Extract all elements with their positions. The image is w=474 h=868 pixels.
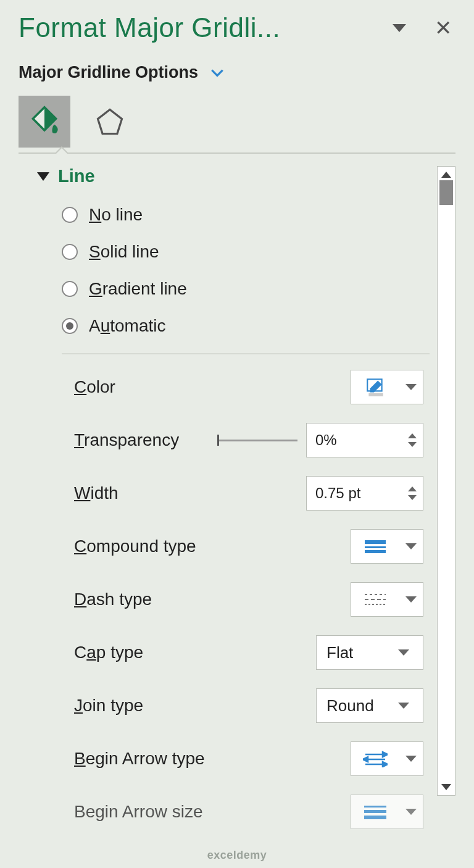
prop-width: Width 0.75 pt bbox=[74, 475, 423, 511]
dash-type-button[interactable] bbox=[351, 582, 423, 617]
radio-label: No line bbox=[89, 205, 143, 225]
radio-icon bbox=[62, 318, 78, 334]
prop-cap-type: Cap type Flat bbox=[74, 635, 423, 670]
watermark: exceldemy bbox=[207, 849, 267, 862]
pentagon-icon bbox=[94, 106, 126, 138]
radio-icon bbox=[62, 244, 78, 260]
svg-rect-2 bbox=[365, 546, 386, 548]
section-header-line[interactable]: Line bbox=[19, 166, 430, 186]
section-title: Line bbox=[58, 166, 95, 186]
scrollbar[interactable] bbox=[437, 166, 455, 796]
cap-type-select[interactable]: Flat bbox=[316, 635, 423, 670]
join-type-value: Round bbox=[326, 696, 374, 716]
compound-lines-icon bbox=[351, 538, 399, 555]
radio-icon bbox=[62, 281, 78, 297]
content-area: Line No line Solid line Gradient line bbox=[19, 166, 455, 796]
close-icon[interactable]: ✕ bbox=[431, 15, 455, 40]
arrows-icon bbox=[351, 750, 399, 767]
chevron-down-icon bbox=[405, 384, 417, 390]
section-divider bbox=[62, 353, 430, 354]
spin-up-icon[interactable] bbox=[408, 486, 417, 491]
svg-rect-0 bbox=[368, 393, 383, 396]
prop-label: Width bbox=[74, 483, 118, 503]
transparency-spinbox[interactable]: 0% bbox=[306, 423, 423, 457]
svg-rect-3 bbox=[365, 550, 386, 553]
cap-type-value: Flat bbox=[326, 643, 353, 662]
chevron-down-icon bbox=[405, 543, 417, 549]
spin-up-icon[interactable] bbox=[408, 433, 417, 438]
spin-down-icon[interactable] bbox=[408, 442, 417, 447]
chevron-down-icon bbox=[405, 809, 417, 815]
radio-automatic[interactable]: Automatic bbox=[62, 316, 430, 336]
pane-title-row: Format Major Gridli... ✕ bbox=[19, 12, 455, 43]
radio-label: Gradient line bbox=[89, 279, 187, 299]
svg-rect-24 bbox=[364, 816, 386, 819]
dash-lines-icon bbox=[351, 592, 399, 607]
svg-rect-22 bbox=[364, 806, 386, 807]
tab-fill-line[interactable] bbox=[19, 96, 70, 148]
prop-label: Begin Arrow type bbox=[74, 749, 205, 769]
tab-effects[interactable] bbox=[84, 96, 136, 148]
radio-label: Solid line bbox=[89, 242, 159, 262]
format-pane: Format Major Gridli... ✕ Major Gridline … bbox=[0, 0, 474, 868]
radio-icon bbox=[62, 207, 78, 223]
chevron-down-icon bbox=[405, 756, 417, 762]
prop-compound-type: Compound type bbox=[74, 528, 423, 564]
radio-no-line[interactable]: No line bbox=[62, 205, 430, 225]
chevron-down-icon bbox=[405, 596, 417, 603]
prop-color: Color bbox=[74, 369, 423, 405]
prop-label: Join type bbox=[74, 696, 143, 716]
prop-label: Dash type bbox=[74, 590, 152, 609]
begin-arrow-size-button[interactable] bbox=[351, 795, 423, 829]
begin-arrow-type-button[interactable] bbox=[351, 741, 423, 776]
line-section: Line No line Solid line Gradient line bbox=[19, 166, 437, 796]
title-dropdown-icon[interactable] bbox=[393, 24, 406, 32]
pane-title: Format Major Gridli... bbox=[19, 12, 383, 43]
radio-solid-line[interactable]: Solid line bbox=[62, 242, 430, 262]
svg-rect-23 bbox=[364, 810, 386, 813]
subtitle-row[interactable]: Major Gridline Options bbox=[19, 63, 455, 82]
tab-separator bbox=[19, 152, 455, 154]
prop-dash-type: Dash type bbox=[74, 582, 423, 617]
transparency-slider[interactable] bbox=[217, 440, 297, 441]
prop-transparency: Transparency 0% bbox=[74, 422, 423, 458]
scroll-down-icon[interactable] bbox=[441, 784, 451, 790]
chevron-down-icon bbox=[209, 65, 225, 81]
width-spinbox[interactable]: 0.75 pt bbox=[306, 476, 423, 511]
prop-label: Cap type bbox=[74, 643, 143, 662]
prop-label: Transparency bbox=[74, 430, 179, 450]
lines-thickness-icon bbox=[351, 804, 399, 819]
category-tabs bbox=[19, 96, 455, 148]
chevron-down-icon bbox=[398, 649, 409, 656]
svg-rect-1 bbox=[365, 540, 386, 544]
scroll-thumb[interactable] bbox=[439, 180, 453, 205]
radio-gradient-line[interactable]: Gradient line bbox=[62, 279, 430, 299]
paint-bucket-icon bbox=[27, 104, 62, 139]
prop-begin-arrow-size: Begin Arrow size bbox=[74, 794, 423, 830]
line-type-radio-group: No line Solid line Gradient line Automat… bbox=[62, 205, 430, 336]
chevron-down-icon bbox=[398, 703, 409, 709]
spin-down-icon[interactable] bbox=[408, 495, 417, 500]
transparency-value: 0% bbox=[315, 432, 337, 449]
prop-label: Begin Arrow size bbox=[74, 802, 203, 822]
collapse-triangle-icon bbox=[37, 172, 49, 181]
prop-label: Compound type bbox=[74, 536, 196, 556]
prop-label: Color bbox=[74, 377, 115, 397]
color-picker-button[interactable] bbox=[351, 370, 423, 404]
scroll-up-icon[interactable] bbox=[441, 172, 451, 178]
radio-label: Automatic bbox=[89, 316, 166, 336]
prop-begin-arrow-type: Begin Arrow type bbox=[74, 741, 423, 777]
pen-color-icon bbox=[351, 377, 399, 398]
join-type-select[interactable]: Round bbox=[316, 688, 423, 723]
compound-type-button[interactable] bbox=[351, 529, 423, 564]
width-value: 0.75 pt bbox=[315, 485, 360, 502]
prop-join-type: Join type Round bbox=[74, 688, 423, 724]
subtitle-label: Major Gridline Options bbox=[19, 63, 198, 82]
